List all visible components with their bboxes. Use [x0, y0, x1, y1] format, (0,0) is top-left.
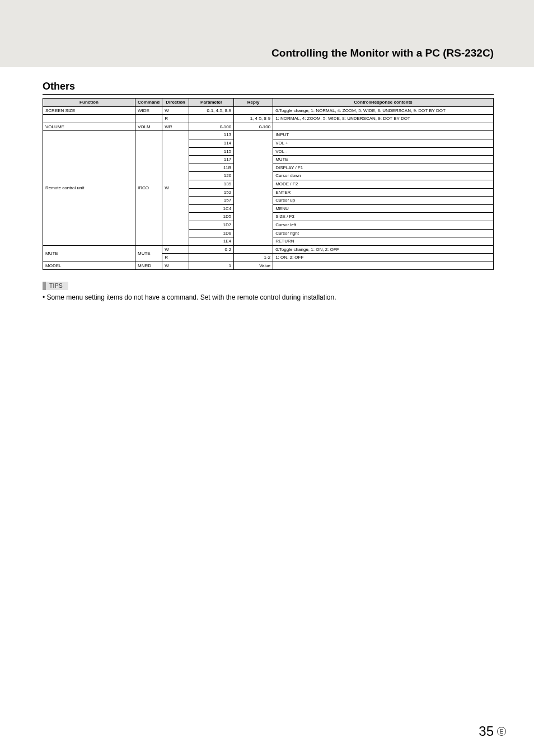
tips-label: TIPS — [43, 282, 68, 290]
cell-parameter: 115 — [189, 147, 234, 156]
cell-reply — [234, 245, 273, 254]
cell-contents: INPUT — [273, 131, 494, 139]
cell-parameter: 114 — [189, 139, 234, 147]
page-number: 35 E — [479, 724, 506, 739]
cell-parameter: 1C4 — [189, 204, 234, 213]
cell-reply — [234, 131, 273, 245]
page-num-value: 35 — [479, 724, 494, 739]
cell-parameter: 1E4 — [189, 237, 234, 246]
cell-contents: DISPLAY / F1 — [273, 164, 494, 172]
table-row: R1, 4-5, 8-91: NORMAL, 4: ZOOM, 5: WIDE,… — [43, 115, 494, 123]
cell-contents: VOL + — [273, 139, 494, 147]
cell-function: Remote control unit — [43, 131, 135, 245]
cell-parameter: 0-100 — [189, 123, 234, 131]
cell-reply: Value — [234, 262, 273, 270]
cell-command: VOLM — [135, 123, 162, 131]
table-row: VOLUMEVOLMWR0-1000-100 — [43, 123, 494, 131]
col-function: Function — [43, 99, 135, 107]
cell-parameter: 1 — [189, 262, 234, 270]
cell-contents: RETURN — [273, 237, 494, 246]
table-row: Remote control unitIRCOW113INPUT — [43, 131, 494, 139]
cell-contents: MENU — [273, 204, 494, 213]
cell-direction: R — [162, 115, 189, 123]
cell-parameter: 152 — [189, 188, 234, 197]
cell-contents: 0:Toggle change, 1: ON, 2: OFF — [273, 245, 494, 254]
cell-direction: R — [162, 254, 189, 262]
cell-function — [43, 115, 135, 123]
cell-function: VOLUME — [43, 123, 135, 131]
table-row: MODELMNRDW1Value — [43, 262, 494, 270]
tips-block: TIPS • Some menu setting items do not ha… — [43, 280, 494, 302]
cell-parameter: 1D5 — [189, 213, 234, 221]
cell-command: IRCO — [135, 131, 162, 245]
cell-contents: Cursor right — [273, 229, 494, 237]
cell-contents: Cursor down — [273, 172, 494, 180]
cell-direction: W — [162, 131, 189, 245]
cell-function: SCREEN SIZE — [43, 106, 135, 115]
col-reply: Reply — [234, 99, 273, 107]
col-command: Command — [135, 99, 162, 107]
cell-parameter: 157 — [189, 197, 234, 205]
cell-parameter: 11B — [189, 164, 234, 172]
command-table: Function Command Direction Parameter Rep… — [43, 98, 494, 270]
col-parameter: Parameter — [189, 99, 234, 107]
cell-parameter: 1D8 — [189, 229, 234, 237]
cell-command: WIDE — [135, 106, 162, 115]
table-row: MUTEMUTEW0-20:Toggle change, 1: ON, 2: O… — [43, 245, 494, 254]
cell-function: MUTE — [43, 245, 135, 262]
cell-contents: SIZE / F3 — [273, 213, 494, 221]
cell-contents: 1: ON, 2: OFF — [273, 254, 494, 262]
page-title: Controlling the Monitor with a PC (RS-23… — [271, 47, 494, 59]
cell-parameter: 1D7 — [189, 221, 234, 229]
table-row: SCREEN SIZEWIDEW0-1, 4-5, 8-90:Toggle ch… — [43, 106, 494, 115]
section-heading: Others — [43, 81, 494, 95]
page-suffix-icon: E — [497, 727, 506, 736]
cell-parameter — [189, 254, 234, 262]
main-content: Others Function Command Direction Parame… — [0, 67, 534, 302]
cell-parameter: 0-1, 4-5, 8-9 — [189, 106, 234, 115]
cell-command: MNRD — [135, 262, 162, 270]
tips-text: • Some menu setting items do not have a … — [43, 293, 494, 302]
cell-contents: VOL - — [273, 147, 494, 156]
cell-contents — [273, 123, 494, 131]
cell-reply: 0-100 — [234, 123, 273, 131]
cell-contents: MUTE — [273, 156, 494, 164]
cell-parameter: 113 — [189, 131, 234, 139]
cell-reply — [234, 106, 273, 115]
cell-contents: 0:Toggle change, 1: NORMAL, 4: ZOOM, 5: … — [273, 106, 494, 115]
cell-contents: Cursor left — [273, 221, 494, 229]
col-direction: Direction — [162, 99, 189, 107]
col-contents: Control/Response contents — [273, 99, 494, 107]
header-bar: Controlling the Monitor with a PC (RS-23… — [0, 0, 534, 67]
cell-direction: W — [162, 262, 189, 270]
cell-contents: MODE / F2 — [273, 180, 494, 188]
cell-command — [135, 115, 162, 123]
cell-direction: W — [162, 106, 189, 115]
cell-parameter: 120 — [189, 172, 234, 180]
cell-contents: ENTER — [273, 188, 494, 197]
cell-contents: 1: NORMAL, 4: ZOOM, 5: WIDE, 8: UNDERSCA… — [273, 115, 494, 123]
cell-parameter — [189, 115, 234, 123]
cell-contents — [273, 262, 494, 270]
cell-contents: Cursor up — [273, 197, 494, 205]
cell-parameter: 117 — [189, 156, 234, 164]
cell-direction: WR — [162, 123, 189, 131]
table-header-row: Function Command Direction Parameter Rep… — [43, 99, 494, 107]
cell-function: MODEL — [43, 262, 135, 270]
cell-reply: 1-2 — [234, 254, 273, 262]
cell-reply: 1, 4-5, 8-9 — [234, 115, 273, 123]
cell-direction: W — [162, 245, 189, 254]
cell-parameter: 0-2 — [189, 245, 234, 254]
cell-parameter: 139 — [189, 180, 234, 188]
cell-command: MUTE — [135, 245, 162, 262]
